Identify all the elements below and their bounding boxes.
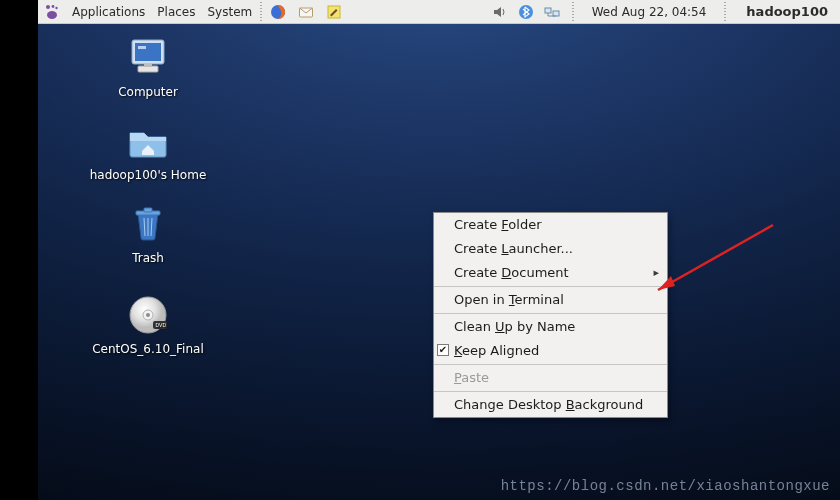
svg-point-0 [46, 5, 50, 9]
trash-label: Trash [132, 251, 164, 265]
menu-system[interactable]: System [201, 0, 258, 23]
cdrom-label: CentOS_6.10_Final [92, 342, 204, 356]
svg-point-1 [52, 5, 55, 8]
menu-clean-up[interactable]: Clean Up by Name [434, 315, 667, 339]
computer-label: Computer [118, 85, 178, 99]
bluetooth-icon[interactable] [518, 4, 534, 20]
menu-create-document[interactable]: Create Document [434, 261, 667, 285]
network-icon[interactable] [544, 4, 560, 20]
menu-separator [434, 313, 667, 314]
svg-point-3 [47, 11, 57, 19]
svg-line-25 [658, 225, 773, 290]
menu-create-launcher[interactable]: Create Launcher... [434, 237, 667, 261]
firefox-icon [270, 4, 286, 20]
svg-rect-12 [138, 46, 146, 49]
envelope-icon [298, 4, 314, 20]
black-margin [0, 0, 38, 500]
home-folder-icon [124, 117, 172, 165]
desktop-context-menu: Create Folder Create Launcher... Create … [433, 212, 668, 418]
notes-launcher[interactable] [320, 0, 348, 23]
menu-open-terminal[interactable]: Open in Terminal [434, 288, 667, 312]
clock-text[interactable]: Wed Aug 22, 04:54 [586, 0, 713, 23]
svg-rect-11 [135, 43, 161, 61]
menu-places[interactable]: Places [151, 0, 201, 23]
menu-change-background[interactable]: Change Desktop Background [434, 393, 667, 417]
desktop-icon-cdrom[interactable]: DVD CentOS_6.10_Final [38, 291, 258, 356]
svg-point-2 [55, 6, 57, 8]
home-label: hadoop100's Home [90, 168, 207, 182]
menu-keep-aligned[interactable]: ✔ Keep Aligned [434, 339, 667, 363]
desktop[interactable]: Applications Places System [38, 0, 840, 500]
menubar-left: Applications Places System [38, 0, 348, 23]
firefox-launcher[interactable] [264, 0, 292, 23]
menu-applications[interactable]: Applications [66, 0, 151, 23]
notepad-icon [326, 4, 342, 20]
trash-icon [124, 200, 172, 248]
dvd-icon: DVD [124, 291, 172, 339]
svg-rect-9 [553, 11, 559, 16]
mail-launcher[interactable] [292, 0, 320, 23]
svg-rect-14 [144, 64, 152, 67]
menubar-separator-host [724, 2, 726, 22]
menubar-right: Wed Aug 22, 04:54 hadoop100 [492, 0, 840, 23]
menu-separator [434, 391, 667, 392]
menubar-separator-right [572, 2, 574, 22]
desktop-icon-trash[interactable]: Trash [38, 200, 258, 265]
menu-create-folder[interactable]: Create Folder [434, 213, 667, 237]
computer-icon [124, 34, 172, 82]
svg-rect-16 [144, 208, 152, 212]
svg-point-22 [146, 313, 150, 317]
desktop-icons: Computer hadoop100's Home Trash [38, 28, 258, 356]
desktop-icon-computer[interactable]: Computer [38, 34, 258, 99]
watermark-text: https://blog.csdn.net/xiaoshantongxue [501, 478, 830, 494]
top-menubar: Applications Places System [38, 0, 840, 24]
menu-separator [434, 364, 667, 365]
volume-icon[interactable] [492, 4, 508, 20]
screen: Applications Places System [0, 0, 840, 500]
hostname-label[interactable]: hadoop100 [738, 0, 834, 23]
desktop-icon-home[interactable]: hadoop100's Home [38, 117, 258, 182]
menu-paste: Paste [434, 366, 667, 390]
gnome-foot-icon[interactable] [38, 0, 66, 23]
svg-text:DVD: DVD [156, 322, 167, 328]
menu-separator [434, 286, 667, 287]
svg-rect-8 [545, 8, 551, 13]
keep-aligned-checkbox[interactable]: ✔ [437, 344, 449, 356]
menubar-separator [260, 2, 262, 22]
